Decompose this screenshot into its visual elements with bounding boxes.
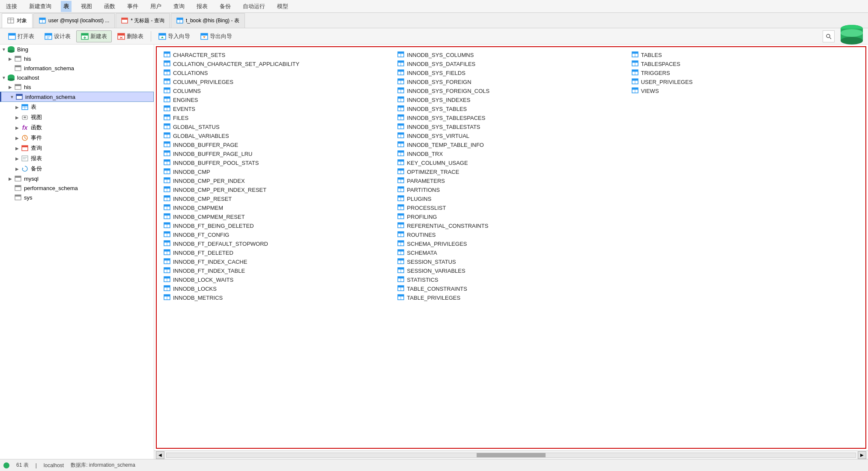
import-wizard-btn[interactable]: 导入向导 bbox=[154, 30, 195, 42]
table-entry[interactable]: INNODB_CMPMEM_RESET bbox=[160, 212, 394, 221]
table-entry[interactable]: INNODB_FT_BEING_DELETED bbox=[160, 221, 394, 230]
table-entry[interactable]: CHARACTER_SETS bbox=[160, 51, 394, 60]
tab-user-table[interactable]: user @mysql (localhost) ... bbox=[33, 13, 115, 28]
search-btn[interactable] bbox=[823, 30, 835, 42]
table-entry[interactable]: SESSION_STATUS bbox=[394, 257, 628, 266]
design-table-btn[interactable]: 设计表 bbox=[40, 30, 75, 42]
open-table-btn[interactable]: 打开表 bbox=[3, 30, 39, 42]
menu-view[interactable]: 视图 bbox=[78, 1, 95, 12]
table-entry[interactable]: COLUMN_PRIVILEGES bbox=[160, 78, 394, 86]
tree-sys[interactable]: sys bbox=[0, 193, 154, 202]
tree-events-group[interactable]: ▶ 事件 bbox=[0, 133, 154, 143]
tab-object[interactable]: 对象 bbox=[2, 13, 33, 28]
table-entry[interactable]: ROUTINES bbox=[394, 230, 628, 239]
table-entry[interactable]: INNODB_TEMP_TABLE_INFO bbox=[394, 140, 628, 149]
table-entry[interactable]: INNODB_BUFFER_PAGE bbox=[160, 140, 394, 149]
table-entry[interactable]: INNODB_SYS_FOREIGN bbox=[394, 78, 628, 86]
new-table-btn[interactable]: 新建表 bbox=[76, 30, 112, 42]
table-entry[interactable]: INNODB_CMPMEM bbox=[160, 203, 394, 212]
table-entry[interactable]: INNODB_METRICS bbox=[160, 293, 394, 302]
table-entry[interactable]: INNODB_CMP_PER_INDEX_RESET bbox=[160, 185, 394, 194]
table-entry[interactable]: INNODB_SYS_DATAFILES bbox=[394, 60, 628, 69]
table-entry[interactable]: INNODB_SYS_TABLESTATS bbox=[394, 122, 628, 131]
table-entry[interactable]: TABLES bbox=[628, 51, 862, 60]
tree-backups-group[interactable]: ▶ 备份 bbox=[0, 164, 154, 174]
table-entry[interactable]: INNODB_FT_DELETED bbox=[160, 248, 394, 257]
table-entry[interactable]: COLLATION_CHARACTER_SET_APPLICABILITY bbox=[160, 60, 394, 69]
table-entry[interactable]: INNODB_FT_INDEX_CACHE bbox=[160, 257, 394, 266]
table-entry[interactable]: PROCESSLIST bbox=[394, 203, 628, 212]
tree-localhost[interactable]: ▼ localhost bbox=[0, 73, 154, 82]
table-entry[interactable]: INNODB_CMP_RESET bbox=[160, 194, 394, 203]
table-entry[interactable]: INNODB_CMP bbox=[160, 167, 394, 176]
scroll-right[interactable]: ▶ bbox=[858, 451, 866, 459]
table-entry[interactable]: INNODB_FT_DEFAULT_STOPWORD bbox=[160, 239, 394, 248]
table-entry[interactable]: TABLE_CONSTRAINTS bbox=[394, 284, 628, 293]
table-entry[interactable]: STATISTICS bbox=[394, 275, 628, 284]
table-entry[interactable]: PARTITIONS bbox=[394, 185, 628, 194]
table-entry[interactable]: PLUGINS bbox=[394, 194, 628, 203]
table-entry[interactable]: INNODB_SYS_FIELDS bbox=[394, 69, 628, 78]
table-entry[interactable]: GLOBAL_VARIABLES bbox=[160, 131, 394, 140]
table-entry[interactable]: TABLESPACES bbox=[628, 60, 862, 69]
scroll-track[interactable] bbox=[166, 453, 856, 458]
table-entry[interactable]: INNODB_BUFFER_PAGE_LRU bbox=[160, 149, 394, 158]
menu-autorun[interactable]: 自动运行 bbox=[240, 1, 268, 12]
menu-connect[interactable]: 连接 bbox=[3, 1, 20, 12]
table-entry[interactable]: SCHEMA_PRIVILEGES bbox=[394, 239, 628, 248]
tab-tbook[interactable]: t_book @his (Bing) - 表 bbox=[171, 13, 245, 28]
menu-new-query[interactable]: 新建查询 bbox=[27, 1, 54, 12]
table-entry[interactable]: INNODB_SYS_VIRTUAL bbox=[394, 131, 628, 140]
table-entry[interactable]: INNODB_FT_INDEX_TABLE bbox=[160, 266, 394, 275]
table-entry[interactable]: TRIGGERS bbox=[628, 69, 862, 78]
menu-report[interactable]: 报表 bbox=[194, 1, 210, 12]
table-entry[interactable]: KEY_COLUMN_USAGE bbox=[394, 158, 628, 167]
tree-performance-schema[interactable]: performance_schema bbox=[0, 183, 154, 193]
table-entry[interactable]: USER_PRIVILEGES bbox=[628, 78, 862, 86]
table-entry[interactable]: INNODB_LOCKS bbox=[160, 284, 394, 293]
table-entry[interactable]: EVENTS bbox=[160, 104, 394, 113]
tree-localhost-infoschema[interactable]: ▼ information_schema bbox=[0, 92, 154, 102]
table-entry[interactable]: SESSION_VARIABLES bbox=[394, 266, 628, 275]
table-entry[interactable]: REFERENTIAL_CONSTRAINTS bbox=[394, 221, 628, 230]
tree-bing[interactable]: ▼ Bing bbox=[0, 45, 154, 54]
table-entry[interactable]: ENGINES bbox=[160, 95, 394, 104]
tree-mysql[interactable]: ▶ mysql bbox=[0, 174, 154, 183]
menu-user[interactable]: 用户 bbox=[148, 1, 164, 12]
table-entry[interactable]: SCHEMATA bbox=[394, 248, 628, 257]
table-entry[interactable]: PROFILING bbox=[394, 212, 628, 221]
table-entry[interactable]: INNODB_LOCK_WAITS bbox=[160, 275, 394, 284]
tree-bing-infoschema[interactable]: information_schema bbox=[0, 63, 154, 73]
table-entry[interactable]: INNODB_SYS_FOREIGN_COLS bbox=[394, 86, 628, 95]
table-entry[interactable]: INNODB_BUFFER_POOL_STATS bbox=[160, 158, 394, 167]
export-wizard-btn[interactable]: 导出向导 bbox=[196, 30, 237, 42]
table-entry[interactable]: TABLE_PRIVILEGES bbox=[394, 293, 628, 302]
menu-model[interactable]: 模型 bbox=[274, 1, 291, 12]
scroll-thumb[interactable] bbox=[477, 453, 546, 457]
menu-backup[interactable]: 备份 bbox=[217, 1, 233, 12]
h-scrollbar[interactable]: ◀ ▶ bbox=[154, 450, 868, 459]
table-entry[interactable]: INNODB_SYS_COLUMNS bbox=[394, 51, 628, 60]
table-entry[interactable]: INNODB_SYS_TABLESPACES bbox=[394, 113, 628, 122]
table-entry[interactable]: OPTIMIZER_TRACE bbox=[394, 167, 628, 176]
menu-query[interactable]: 查询 bbox=[171, 1, 187, 12]
tree-reports-group[interactable]: ▶ 报表 bbox=[0, 153, 154, 164]
table-entry[interactable]: PARAMETERS bbox=[394, 176, 628, 185]
menu-func[interactable]: 函数 bbox=[101, 1, 118, 12]
tree-localhost-his[interactable]: ▶ his bbox=[0, 82, 154, 92]
table-entry[interactable]: INNODB_SYS_TABLES bbox=[394, 104, 628, 113]
table-entry[interactable]: INNODB_FT_CONFIG bbox=[160, 230, 394, 239]
tree-views-group[interactable]: ▶ 视图 bbox=[0, 112, 154, 122]
table-entry[interactable]: INNODB_CMP_PER_INDEX bbox=[160, 176, 394, 185]
table-entry[interactable]: GLOBAL_STATUS bbox=[160, 122, 394, 131]
tree-queries-group[interactable]: ▶ 查询 bbox=[0, 143, 154, 153]
table-entry[interactable]: FILES bbox=[160, 113, 394, 122]
scroll-left[interactable]: ◀ bbox=[156, 451, 164, 459]
tree-bing-his[interactable]: ▶ his bbox=[0, 54, 154, 63]
menu-table[interactable]: 表 bbox=[61, 1, 72, 12]
tree-funcs-group[interactable]: ▶ fx 函数 bbox=[0, 122, 154, 133]
table-entry[interactable]: COLUMNS bbox=[160, 86, 394, 95]
table-entry[interactable]: INNODB_TRX bbox=[394, 149, 628, 158]
table-entry[interactable]: COLLATIONS bbox=[160, 69, 394, 78]
tree-tables-group[interactable]: ▶ 表 bbox=[0, 102, 154, 112]
